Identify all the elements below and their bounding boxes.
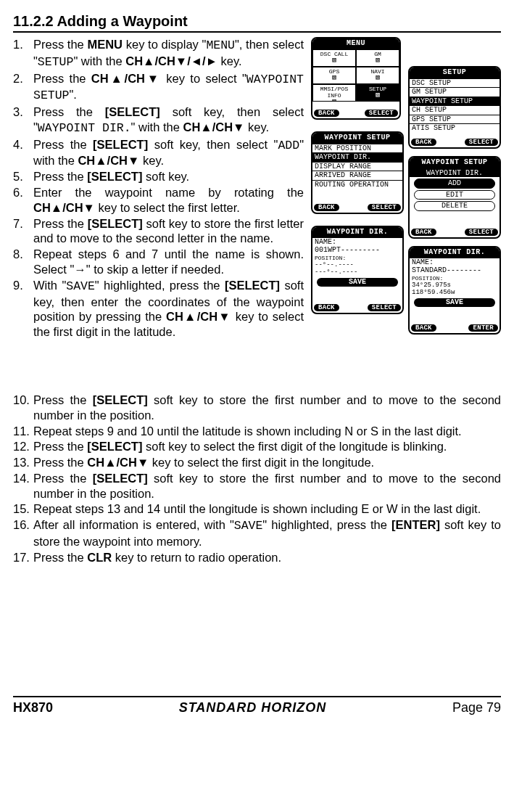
step-body: With "SAVE" highlighted, press the [SELE… bbox=[33, 278, 304, 340]
menu-cell[interactable]: GM▧ bbox=[356, 49, 399, 67]
steps-list-top: 1.Press the MENU key to display "MENU", … bbox=[13, 37, 304, 340]
step-body: Repeat steps 6 and 7 until the name is s… bbox=[33, 247, 304, 277]
wpsetup-list: MARK POSITIONWAYPOINT DIR.DISPLAY RANGEA… bbox=[312, 144, 402, 189]
step-body: Press the [SELECT] soft key to store the… bbox=[33, 393, 501, 423]
step-item: 16.After all information is entered, wit… bbox=[13, 517, 501, 549]
softkey-select[interactable]: SELECT bbox=[368, 304, 401, 311]
step-body: Press the MENU key to display "MENU", th… bbox=[33, 37, 304, 70]
softkey-back[interactable]: BACK bbox=[411, 324, 436, 332]
softkey-select[interactable]: SELECT bbox=[365, 110, 398, 117]
list-item[interactable]: DSC SETUP bbox=[410, 78, 500, 88]
list-item[interactable]: DELETE bbox=[414, 201, 495, 211]
list-item[interactable]: WAYPOINT SETUP bbox=[410, 97, 500, 106]
softkey-select[interactable]: SELECT bbox=[465, 139, 498, 146]
list-item[interactable]: ADD bbox=[414, 179, 495, 189]
step-body: Press the CLR key to return to radio ope… bbox=[33, 550, 501, 565]
step-number: 5. bbox=[13, 169, 33, 184]
lat-value[interactable]: --°--.---- bbox=[312, 261, 402, 268]
step-number: 10. bbox=[13, 393, 33, 423]
softkey-back[interactable]: BACK bbox=[411, 229, 436, 236]
save-button[interactable]: SAVE bbox=[414, 298, 495, 307]
step-body: Press the [SELECT] soft key. bbox=[33, 169, 304, 184]
lon-value[interactable]: ---°--.---- bbox=[312, 268, 402, 276]
name-value[interactable]: 001WPT--------- bbox=[312, 246, 402, 255]
step-number: 15. bbox=[13, 501, 33, 517]
list-item[interactable]: ATIS SETUP bbox=[410, 123, 500, 133]
step-number: 1. bbox=[13, 37, 33, 70]
step-item: 3.Press the [SELECT] soft key, then sele… bbox=[13, 104, 304, 136]
screen-waypoint-entry-filled: WAYPOINT DIR. NAME: STANDARD-------- POS… bbox=[408, 246, 501, 335]
softkey-select[interactable]: SELECT bbox=[368, 204, 401, 211]
list-item[interactable]: DISPLAY RANGE bbox=[312, 162, 402, 171]
list-item[interactable]: ARRIVED RANGE bbox=[312, 171, 402, 180]
screen-waypoint-entry-blank: WAYPOINT DIR. NAME: 001WPT--------- POSI… bbox=[311, 226, 404, 314]
list-item[interactable]: ROUTING OPERATION bbox=[312, 180, 402, 189]
softkey-back[interactable]: BACK bbox=[411, 139, 436, 146]
step-body: Press the [SELECT] soft key, then select… bbox=[33, 104, 304, 136]
softkey-back[interactable]: BACK bbox=[314, 204, 339, 211]
step-item: 15.Repeat steps 13 and 14 until the long… bbox=[13, 501, 501, 517]
menu-grid: DSC CALL▧GM▧GPS▧NAVI▧MMSI/POS INFO▧SETUP… bbox=[312, 49, 399, 102]
step-body: After all information is entered, with "… bbox=[33, 517, 501, 549]
step-item: 6.Enter the waypoint name by rotating th… bbox=[13, 185, 304, 216]
softkey-select[interactable]: SELECT bbox=[465, 229, 498, 236]
name-label: NAME: bbox=[312, 238, 402, 247]
step-item: 5.Press the [SELECT] soft key. bbox=[13, 169, 304, 184]
step-item: 7.Press the [SELECT] soft key to store t… bbox=[13, 216, 304, 247]
setup-list: DSC SETUPGM SETUPWAYPOINT SETUPCH SETUPG… bbox=[410, 78, 500, 133]
list-item[interactable]: CH SETUP bbox=[410, 105, 500, 115]
step-item: 14.Press the [SELECT] soft key to store … bbox=[13, 471, 501, 501]
step-item: 11.Repeat steps 9 and 10 until the latit… bbox=[13, 424, 501, 439]
screen-waypoint-setup: WAYPOINT SETUP MARK POSITIONWAYPOINT DIR… bbox=[311, 131, 404, 214]
section-heading: 11.2.2 Adding a Waypoint bbox=[13, 13, 501, 33]
lon-value[interactable]: 118°59.456w bbox=[410, 289, 500, 296]
step-body: Press the [SELECT] soft key, then select… bbox=[33, 137, 304, 169]
name-value[interactable]: STANDARD-------- bbox=[410, 266, 500, 275]
list-item[interactable]: EDIT bbox=[414, 190, 495, 200]
step-item: 2.Press the CH▲/CH▼ key to select "WAYPO… bbox=[13, 71, 304, 104]
lat-value[interactable]: 34°25.975s bbox=[410, 282, 500, 289]
screen-setup: SETUP DSC SETUPGM SETUPWAYPOINT SETUPCH … bbox=[408, 66, 501, 149]
list-item[interactable]: GPS SETUP bbox=[410, 115, 500, 124]
list-item[interactable]: MARK POSITION bbox=[312, 144, 402, 153]
step-number: 13. bbox=[13, 455, 33, 470]
step-item: 4.Press the [SELECT] soft key, then sele… bbox=[13, 137, 304, 169]
footer-page: Page 79 bbox=[452, 700, 501, 715]
save-button[interactable]: SAVE bbox=[317, 278, 398, 287]
wpdir-list: ADDEDITDELETE bbox=[410, 179, 500, 211]
menu-cell[interactable]: DSC CALL▧ bbox=[312, 49, 356, 67]
screen-setup-title: SETUP bbox=[410, 67, 500, 78]
menu-cell[interactable]: GPS▧ bbox=[312, 67, 356, 84]
step-number: 9. bbox=[13, 278, 33, 340]
step-body: Press the CH▲/CH▼ key to select "WAYPOIN… bbox=[33, 71, 304, 104]
menu-cell[interactable]: SETUP▧ bbox=[356, 84, 399, 102]
step-body: Press the [SELECT] soft key to store the… bbox=[33, 216, 304, 247]
step-item: 10.Press the [SELECT] soft key to store … bbox=[13, 393, 501, 423]
step-number: 16. bbox=[13, 517, 33, 549]
step-item: 17.Press the CLR key to return to radio … bbox=[13, 550, 501, 565]
screen-wpdir-title: WAYPOINT SETUP bbox=[410, 157, 500, 168]
step-number: 14. bbox=[13, 471, 33, 501]
footer-brand: STANDARD HORIZON bbox=[179, 700, 327, 715]
wpdir-subtitle: WAYPOINT DIR. bbox=[410, 168, 500, 178]
entry-filled-title: WAYPOINT DIR. bbox=[410, 247, 500, 258]
softkey-back[interactable]: BACK bbox=[314, 110, 339, 117]
list-item[interactable]: WAYPOINT DIR. bbox=[312, 152, 402, 162]
menu-cell[interactable]: MMSI/POS INFO▧ bbox=[312, 84, 356, 102]
step-item: 9.With "SAVE" highlighted, press the [SE… bbox=[13, 278, 304, 340]
step-number: 7. bbox=[13, 216, 33, 247]
softkey-back[interactable]: BACK bbox=[314, 304, 339, 311]
list-item[interactable]: GM SETUP bbox=[410, 87, 500, 97]
screen-menu-title: MENU bbox=[312, 38, 399, 49]
step-number: 2. bbox=[13, 71, 33, 104]
softkey-enter[interactable]: ENTER bbox=[468, 324, 498, 332]
step-number: 6. bbox=[13, 185, 33, 216]
screen-wpsetup-title: WAYPOINT SETUP bbox=[312, 133, 402, 144]
step-item: 1.Press the MENU key to display "MENU", … bbox=[13, 37, 304, 70]
step-body: Repeat steps 9 and 10 until the latitude… bbox=[33, 424, 501, 439]
position-label: POSITION: bbox=[410, 275, 500, 282]
step-number: 3. bbox=[13, 104, 33, 136]
step-body: Enter the waypoint name by rotating the … bbox=[33, 185, 304, 216]
menu-cell[interactable]: NAVI▧ bbox=[356, 67, 399, 84]
screen-waypoint-dir-menu: WAYPOINT SETUP WAYPOINT DIR. ADDEDITDELE… bbox=[408, 156, 501, 239]
